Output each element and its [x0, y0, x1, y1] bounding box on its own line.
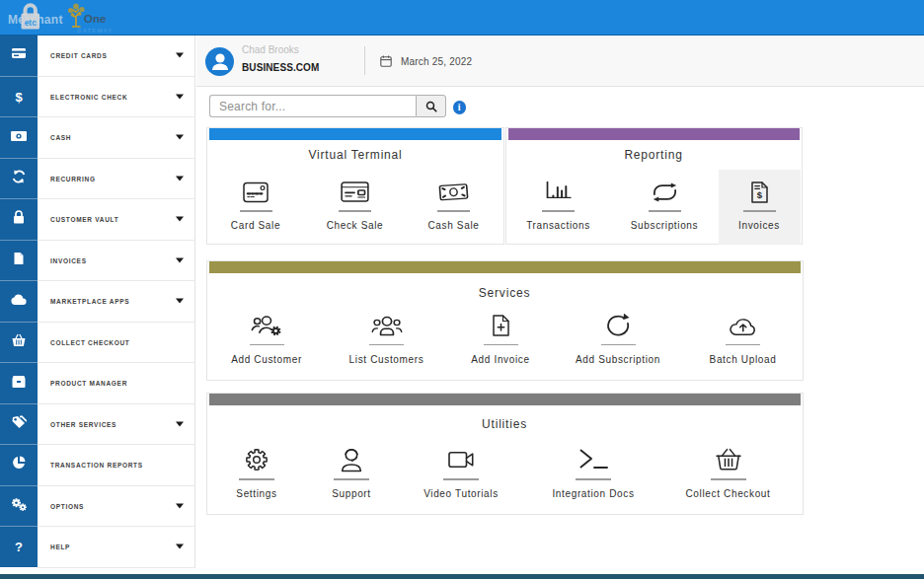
svg-text:$: $ — [756, 189, 762, 200]
svg-text:etc: etc — [25, 18, 38, 28]
